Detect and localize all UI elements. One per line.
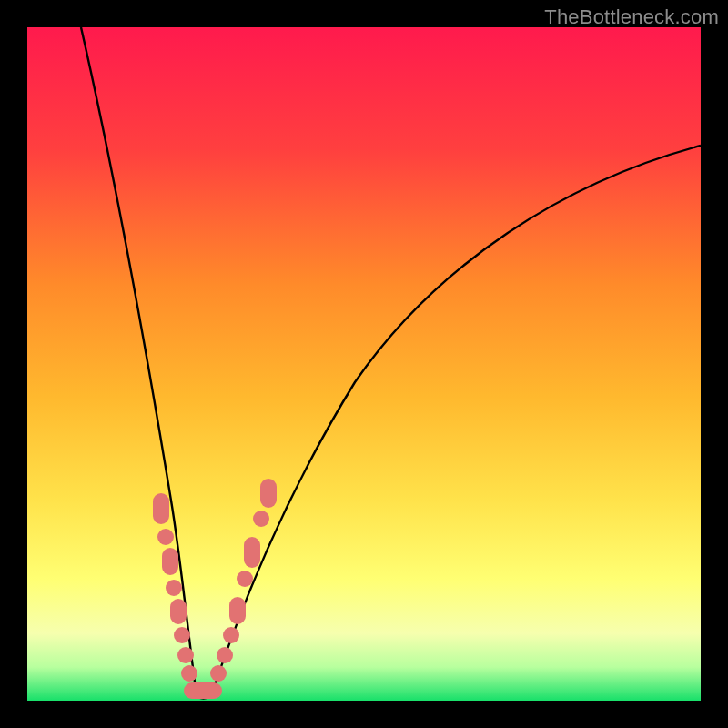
- svg-rect-17: [260, 479, 277, 508]
- svg-point-11: [217, 647, 233, 663]
- svg-rect-15: [244, 537, 260, 568]
- svg-point-6: [174, 627, 190, 643]
- svg-rect-3: [162, 548, 178, 575]
- svg-point-7: [177, 647, 194, 663]
- svg-point-10: [210, 665, 227, 682]
- bottleneck-curve: [27, 27, 701, 701]
- svg-rect-1: [153, 493, 169, 524]
- svg-rect-13: [229, 597, 246, 624]
- svg-point-2: [157, 529, 174, 545]
- svg-point-14: [237, 571, 253, 587]
- outer-frame: TheBottleneck.com: [0, 0, 728, 728]
- right-curve-path: [211, 146, 701, 696]
- watermark-text: TheBottleneck.com: [544, 5, 719, 29]
- svg-rect-9: [184, 682, 222, 699]
- svg-point-8: [181, 665, 197, 682]
- left-curve-path: [81, 27, 197, 696]
- svg-rect-5: [170, 599, 187, 624]
- valley-dot-cluster: [184, 682, 222, 699]
- svg-point-12: [223, 627, 239, 643]
- svg-point-16: [253, 511, 269, 527]
- plot-area: [27, 27, 701, 701]
- right-arm-dot-cluster: [210, 479, 277, 682]
- svg-point-4: [166, 580, 182, 596]
